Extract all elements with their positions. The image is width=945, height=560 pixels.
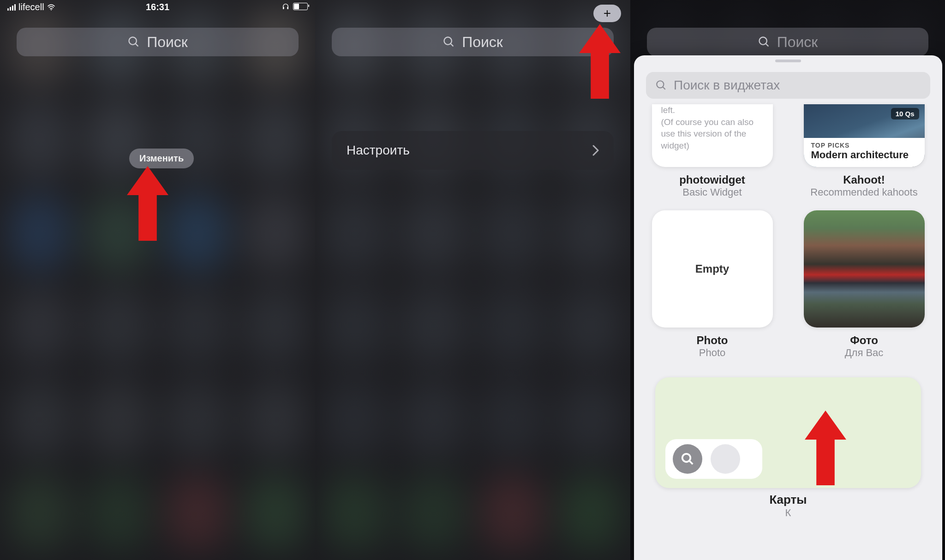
svg-point-9 <box>759 37 766 45</box>
search-icon <box>681 452 694 466</box>
widget-item-maps[interactable]: Карты К <box>645 377 931 519</box>
sheet-grabber[interactable] <box>775 60 801 62</box>
panel-step-1: lifecell 16:31 Поиск Изменить <box>0 0 315 560</box>
widget-item-photo-empty[interactable]: Empty Photo Photo <box>645 210 779 359</box>
svg-point-6 <box>444 37 452 45</box>
svg-rect-1 <box>283 7 284 9</box>
configure-label: Настроить <box>347 143 410 158</box>
panel-step-3: Поиск Поиск в виджетах left. (Of course … <box>630 0 945 560</box>
configure-row[interactable]: Настроить <box>332 131 614 170</box>
status-time: 16:31 <box>0 2 315 12</box>
today-search-field[interactable]: Поиск <box>332 28 614 56</box>
headphones-icon <box>282 3 289 10</box>
svg-line-10 <box>766 44 768 47</box>
widget-search-field[interactable]: Поиск в виджетах <box>646 72 930 99</box>
question-count-badge: 10 Qs <box>891 108 919 119</box>
add-widget-button[interactable]: + <box>593 5 621 22</box>
widget-gallery-sheet: Поиск в виджетах left. (Of course you ca… <box>634 55 942 560</box>
photo-preview-image <box>804 210 925 328</box>
plus-icon: + <box>604 7 611 20</box>
empty-label: Empty <box>695 262 729 275</box>
today-search-field-dimmed: Поиск <box>647 28 928 56</box>
search-placeholder: Поиск <box>777 34 818 51</box>
svg-line-12 <box>663 87 665 89</box>
battery-icon <box>293 3 308 10</box>
search-icon <box>443 36 455 48</box>
widget-item-photowidget[interactable]: left. (Of course you can also use this v… <box>645 104 779 198</box>
search-icon <box>655 79 667 91</box>
status-bar: lifecell 16:31 <box>0 0 315 18</box>
today-search-field[interactable]: Поиск <box>17 28 299 56</box>
svg-line-7 <box>451 44 454 47</box>
search-placeholder: Поиск <box>147 34 188 51</box>
maps-destination-search <box>673 444 702 474</box>
chevron-right-icon <box>592 145 599 156</box>
widget-item-kahoot[interactable]: 10 Qs TOP PICKS Modern architecture Kaho… <box>797 104 931 198</box>
svg-rect-2 <box>287 7 288 9</box>
svg-point-3 <box>129 37 137 45</box>
widget-preview-text: left. (Of course you can also use this v… <box>652 104 773 152</box>
svg-line-4 <box>136 44 138 47</box>
maps-destination-placeholder <box>711 444 740 474</box>
search-placeholder: Поиск <box>462 34 503 51</box>
edit-button[interactable]: Изменить <box>129 149 194 168</box>
widget-search-placeholder: Поиск в виджетах <box>674 78 780 93</box>
svg-point-13 <box>682 454 691 462</box>
panel-step-2: + Поиск Настроить <box>315 0 630 560</box>
svg-line-14 <box>689 461 693 465</box>
svg-point-11 <box>657 81 664 88</box>
widget-item-photo-foryou[interactable]: Фото Для Вас <box>797 210 931 359</box>
widget-grid-scroll[interactable]: left. (Of course you can also use this v… <box>634 104 942 560</box>
search-icon <box>127 36 140 48</box>
search-icon <box>758 36 771 48</box>
